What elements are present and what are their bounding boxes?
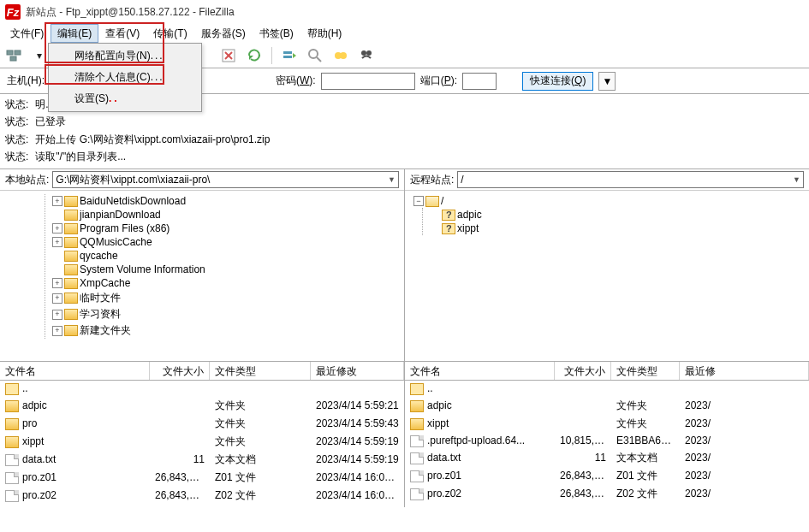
port-label: 端口(P): <box>420 74 457 88</box>
col-modified[interactable]: 最近修改 <box>311 362 404 380</box>
tree-item[interactable]: xippt <box>428 222 807 235</box>
local-pane: 本地站点: G:\网站资料\xippt.com\xiazaii-pro\▼ +B… <box>0 169 405 362</box>
tree-label: 新建文件夹 <box>80 323 131 338</box>
file-row[interactable]: pro.z0126,843,54...Z01 文件2023/4/14 16:05… <box>0 469 404 487</box>
local-file-list[interactable]: 文件名 文件大小 文件类型 最近修改 ..adpic文件夹2023/4/14 5… <box>0 362 405 507</box>
menu-server[interactable]: 服务器(S) <box>194 24 253 43</box>
file-name: adpic <box>22 399 47 411</box>
folder-icon <box>64 309 78 320</box>
file-type: 文件夹 <box>210 434 311 449</box>
col-modified[interactable]: 最近修 <box>680 362 809 380</box>
expand-icon[interactable]: + <box>52 196 62 206</box>
col-type[interactable]: 文件类型 <box>611 362 680 380</box>
tree-label: 临时文件 <box>80 291 121 305</box>
tree-item[interactable]: +XmpCache <box>51 276 402 290</box>
file-row[interactable]: xippt文件夹2023/4/14 5:59:19 <box>0 433 404 451</box>
file-row[interactable]: .. <box>0 381 404 397</box>
remote-root[interactable]: / <box>441 195 443 207</box>
expand-icon[interactable]: + <box>52 326 62 336</box>
tree-item[interactable]: adpic <box>428 208 807 222</box>
expand-icon[interactable] <box>52 264 62 275</box>
cancel-icon[interactable] <box>220 47 237 64</box>
tree-label: adpic <box>457 209 482 221</box>
svg-line-9 <box>317 57 321 62</box>
tree-item[interactable]: +QQMusicCache <box>51 235 402 249</box>
expand-icon[interactable] <box>52 210 62 220</box>
refresh-icon[interactable] <box>246 47 263 64</box>
file-row[interactable]: adpic文件夹2023/4/14 5:59:21 <box>0 397 404 415</box>
col-name[interactable]: 文件名 <box>0 362 150 380</box>
file-name: .pureftpd-upload.64... <box>427 434 525 446</box>
titlebar: Fz 新站点 - Ftp_xippt@150.158.27.122 - File… <box>0 0 809 24</box>
file-name: .. <box>427 382 433 394</box>
file-name: pro.z01 <box>427 470 461 482</box>
col-size[interactable]: 文件大小 <box>150 362 210 380</box>
search-icon[interactable] <box>306 47 324 64</box>
col-name[interactable]: 文件名 <box>405 362 555 380</box>
filter-icon[interactable] <box>332 47 349 64</box>
status-line: 开始上传 G:\网站资料\xippt.com\xiazaii-pro\pro1.… <box>35 131 270 148</box>
expand-icon[interactable]: + <box>52 310 62 320</box>
file-type: Z01 文件 <box>611 469 680 483</box>
port-input[interactable] <box>462 73 497 90</box>
expand-icon[interactable] <box>52 251 62 261</box>
folder-icon <box>410 400 424 412</box>
file-size: 26,843,54... <box>150 471 210 483</box>
tree-item[interactable]: +临时文件 <box>51 290 402 306</box>
tree-item[interactable]: qycache <box>51 249 402 263</box>
menubar[interactable]: 文件(F) 编辑(E) 查看(V) 传输(T) 服务器(S) 书签(B) 帮助(… <box>0 24 809 43</box>
expand-icon[interactable]: + <box>52 278 62 288</box>
expand-icon[interactable]: + <box>52 223 62 233</box>
status-line: 读取"/"的目录列表... <box>35 148 126 165</box>
tree-label: QQMusicCache <box>80 236 152 248</box>
menu-edit-settings[interactable]: 设置(S).. <box>51 88 199 109</box>
file-name: data.txt <box>22 453 56 465</box>
remote-path-combo[interactable]: /▼ <box>457 171 804 188</box>
tree-label: System Volume Information <box>80 263 205 275</box>
site-manager-icon[interactable] <box>5 47 22 64</box>
tree-item[interactable]: +Program Files (x86) <box>51 222 402 235</box>
app-icon: Fz <box>5 4 21 20</box>
local-path-combo[interactable]: G:\网站资料\xippt.com\xiazaii-pro\▼ <box>52 171 399 188</box>
file-row[interactable]: pro.z0226,843,5...Z02 文件2023/ <box>405 485 809 503</box>
menu-help[interactable]: 帮助(H) <box>300 24 349 43</box>
file-name: xippt <box>22 435 44 447</box>
file-row[interactable]: pro.z0126,843,5...Z01 文件2023/ <box>405 467 809 485</box>
file-modified: 2023/ <box>680 488 809 499</box>
tree-item[interactable]: +新建文件夹 <box>51 322 402 339</box>
file-type: 文本文档 <box>611 451 680 465</box>
quickconnect-dropdown[interactable]: ▼ <box>598 72 616 91</box>
menu-edit-clear[interactable]: 清除个人信息(C)... <box>51 67 199 88</box>
file-row[interactable]: .. <box>405 381 809 397</box>
file-type: 文件夹 <box>611 417 680 431</box>
menu-view[interactable]: 查看(V) <box>98 24 146 43</box>
expand-icon[interactable]: + <box>52 237 62 247</box>
file-row[interactable]: data.txt11文本文档2023/4/14 5:59:19 <box>0 451 404 469</box>
file-row[interactable]: .pureftpd-upload.64...10,815,7...E31BBA6… <box>405 433 809 449</box>
file-row[interactable]: xippt文件夹2023/ <box>405 415 809 433</box>
tree-item[interactable]: +学习资料 <box>51 306 402 322</box>
file-row[interactable]: pro文件夹2023/4/14 5:59:43 <box>0 415 404 433</box>
compare-icon[interactable] <box>358 47 375 64</box>
expand-icon[interactable]: + <box>52 293 62 304</box>
process-queue-icon[interactable] <box>281 47 298 64</box>
tree-item[interactable]: +BaiduNetdiskDownload <box>51 194 402 208</box>
password-input[interactable] <box>321 73 415 90</box>
menu-edit-netcfg[interactable]: 网络配置向导(N)... <box>51 45 199 67</box>
local-tree[interactable]: +BaiduNetdiskDownloadjianpianDownload+Pr… <box>0 191 404 361</box>
file-row[interactable]: pro.z0226,843,54...Z02 文件2023/4/14 16:06… <box>0 487 404 505</box>
menu-edit[interactable]: 编辑(E) <box>51 24 98 43</box>
remote-file-list[interactable]: 文件名 文件大小 文件类型 最近修 ..adpic文件夹2023/xippt文件… <box>405 362 809 507</box>
menu-file[interactable]: 文件(F) <box>3 24 51 43</box>
tree-item[interactable]: jianpianDownload <box>51 208 402 222</box>
menu-bookmarks[interactable]: 书签(B) <box>253 24 300 43</box>
col-size[interactable]: 文件大小 <box>555 362 611 380</box>
remote-tree[interactable]: −/ adpicxippt <box>405 191 809 361</box>
dropdown-icon[interactable]: ▾ <box>31 47 48 64</box>
menu-transfer[interactable]: 传输(T) <box>146 24 193 43</box>
quickconnect-button[interactable]: 快速连接(Q) <box>522 72 593 91</box>
file-row[interactable]: adpic文件夹2023/ <box>405 397 809 415</box>
tree-item[interactable]: System Volume Information <box>51 263 402 276</box>
file-row[interactable]: data.txt11文本文档2023/ <box>405 449 809 467</box>
col-type[interactable]: 文件类型 <box>210 362 311 380</box>
